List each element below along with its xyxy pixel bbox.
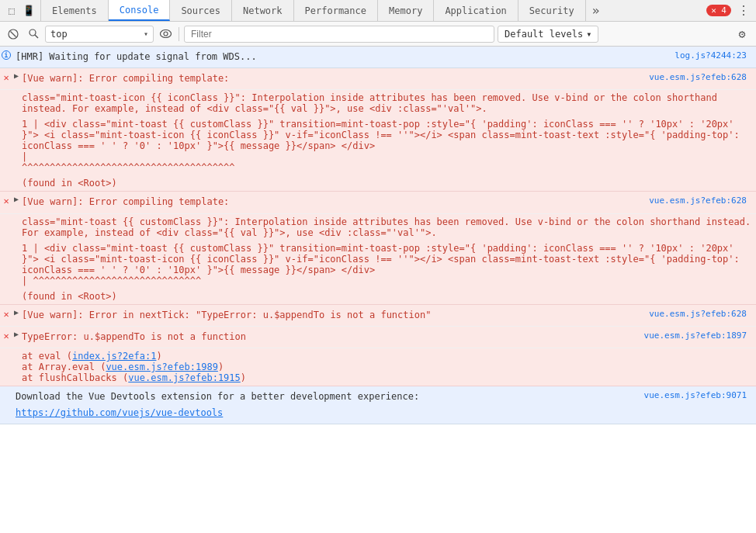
typeerror-source[interactable]: vue.esm.js?efeb:1897 xyxy=(644,329,756,341)
eye-icon xyxy=(160,29,172,38)
svg-text:i: i xyxy=(5,51,9,59)
clear-icon xyxy=(8,29,19,40)
tab-more-button[interactable]: » xyxy=(586,0,606,21)
log-entry-typeerror-body: at eval (index.js?2efa:1) at Array.eval … xyxy=(0,348,756,386)
tab-bar: ⬚ 📱 Elements Console Sources Network Per… xyxy=(0,0,756,22)
typeerror-stack3: at flushCallbacks (vue.esm.js?efeb:1915) xyxy=(22,372,246,383)
tab-items: Elements Console Sources Network Perform… xyxy=(41,0,700,21)
log-entry-hmr: i [HMR] Waiting for update signal from W… xyxy=(0,47,756,68)
vuewarn2-line3: | ^^^^^^^^^^^^^^^^^^^^^^^^^^^^^^ xyxy=(22,275,201,286)
svg-line-3 xyxy=(35,35,38,38)
console-filter-toggle[interactable] xyxy=(25,26,42,43)
vuewarn1-carets: ^^^^^^^^^^^^^^^^^^^^^^^^^^^^^^^^^^^^^^ xyxy=(22,162,235,173)
log-entry-vuewarn2-header: ✕ ▶ [Vue warn]: Error compiling template… xyxy=(0,192,756,213)
tab-application[interactable]: Application xyxy=(434,0,518,21)
log-entry-vuewarn2-body: class="mint-toast {{ customClass }}": In… xyxy=(0,214,756,305)
tab-network[interactable]: Network xyxy=(232,0,294,21)
clear-console-button[interactable] xyxy=(5,26,22,43)
levels-label: Default levels xyxy=(505,29,583,40)
typeerror-stack-link3[interactable]: vue.esm.js?efeb:1915 xyxy=(128,372,241,383)
devtools-info-message: Download the Vue Devtools extension for … xyxy=(12,389,644,421)
filter-input[interactable] xyxy=(184,26,494,43)
devtools-info-source[interactable]: vue.esm.js?efeb:9071 xyxy=(644,389,756,400)
tab-console[interactable]: Console xyxy=(109,0,171,21)
tab-elements[interactable]: Elements xyxy=(41,0,109,21)
error-icon-3: ✕ xyxy=(0,307,12,320)
tab-icons-left: ⬚ 📱 xyxy=(0,0,41,21)
log-entry-vuewarn3-header: ✕ ▶ [Vue warn]: Error in nextTick: "Type… xyxy=(0,305,756,327)
hmr-message: [HMR] Waiting for update signal from WDS… xyxy=(12,49,675,65)
log-entry-vuewarn1-body: class="mint-toast-icon {{ iconClass }}":… xyxy=(0,90,756,192)
context-selector[interactable]: top ▾ xyxy=(45,26,154,43)
vuewarn2-line2: 1 | <div class="mint-toast {{ customClas… xyxy=(22,243,756,275)
tab-memory[interactable]: Memory xyxy=(378,0,434,21)
log-levels-selector[interactable]: Default levels ▾ xyxy=(498,26,598,43)
typeerror-stack1: at eval (index.js?2efa:1) xyxy=(22,351,162,362)
typeerror-stack2: at Array.eval (vue.esm.js?efeb:1989) xyxy=(22,362,224,372)
devtools-info-text: Download the Vue Devtools extension for … xyxy=(16,389,641,404)
vuewarn2-line1: class="mint-toast {{ customClass }}": In… xyxy=(22,216,756,238)
vuewarn2-found: (found in <Root>) xyxy=(22,291,117,302)
devtools-menu-button[interactable]: ⋮ xyxy=(737,3,750,18)
console-toolbar: top ▾ Default levels ▾ ⚙ xyxy=(0,22,756,47)
svg-point-4 xyxy=(160,30,171,38)
context-value: top xyxy=(50,29,68,40)
typeerror-stack-link2[interactable]: vue.esm.js?efeb:1989 xyxy=(106,362,218,372)
svg-point-2 xyxy=(29,29,36,36)
tab-security[interactable]: Security xyxy=(518,0,586,21)
error-icon-4: ✕ xyxy=(0,329,12,341)
error-badge[interactable]: ✕ 4 xyxy=(706,5,731,16)
inspect-icon[interactable]: ⬚ xyxy=(5,4,19,18)
log-entry-typeerror-header: ✕ ▶ TypeError: u.$appendTo is not a func… xyxy=(0,327,756,348)
tab-performance[interactable]: Performance xyxy=(294,0,378,21)
log-entry-devtools-info: Download the Vue Devtools extension for … xyxy=(0,386,756,424)
vuewarn2-message: [Vue warn]: Error compiling template: xyxy=(19,194,649,210)
tab-sources[interactable]: Sources xyxy=(170,0,232,21)
typeerror-message: TypeError: u.$appendTo is not a function xyxy=(19,329,644,345)
device-icon[interactable]: 📱 xyxy=(22,4,36,18)
filter-icon xyxy=(29,29,39,39)
vuewarn1-found: (found in <Root>) xyxy=(22,178,117,189)
info-circle-icon: i xyxy=(2,50,11,60)
hmr-source-link[interactable]: log.js?4244:23 xyxy=(675,49,756,61)
typeerror-stack-link1[interactable]: index.js?2efa:1 xyxy=(72,351,156,362)
devtools-info-link[interactable]: https://github.com/vuejs/vue-devtools xyxy=(16,406,641,421)
info-icon: i xyxy=(0,49,12,60)
error-icon-2: ✕ xyxy=(0,194,12,206)
vuewarn1-message: [Vue warn]: Error compiling template: xyxy=(19,71,649,87)
vuewarn1-line2: 1 | <div class="mint-toast {{ customClas… xyxy=(22,119,756,151)
svg-line-1 xyxy=(11,31,16,36)
error-icon-1: ✕ xyxy=(0,71,12,83)
toolbar-divider xyxy=(179,27,179,41)
levels-arrow: ▾ xyxy=(586,29,591,40)
log-entry-vuewarn1-header: ✕ ▶ [Vue warn]: Error compiling template… xyxy=(0,68,756,90)
vuewarn3-message: [Vue warn]: Error in nextTick: "TypeErro… xyxy=(19,307,649,324)
tab-right-controls: ✕ 4 ⋮ xyxy=(700,0,756,21)
vuewarn1-line1: class="mint-toast-icon {{ iconClass }}":… xyxy=(22,92,756,114)
vuewarn1-line3: | xyxy=(22,151,27,162)
eye-button[interactable] xyxy=(157,26,174,43)
vuewarn1-source[interactable]: vue.esm.js?efeb:628 xyxy=(649,71,756,82)
vuewarn2-source[interactable]: vue.esm.js?efeb:628 xyxy=(649,194,756,206)
console-settings-button[interactable]: ⚙ xyxy=(733,25,751,43)
console-output: i [HMR] Waiting for update signal from W… xyxy=(0,47,756,533)
vuewarn3-source[interactable]: vue.esm.js?efeb:628 xyxy=(649,307,756,319)
context-arrow: ▾ xyxy=(144,29,148,38)
svg-point-5 xyxy=(164,32,168,36)
